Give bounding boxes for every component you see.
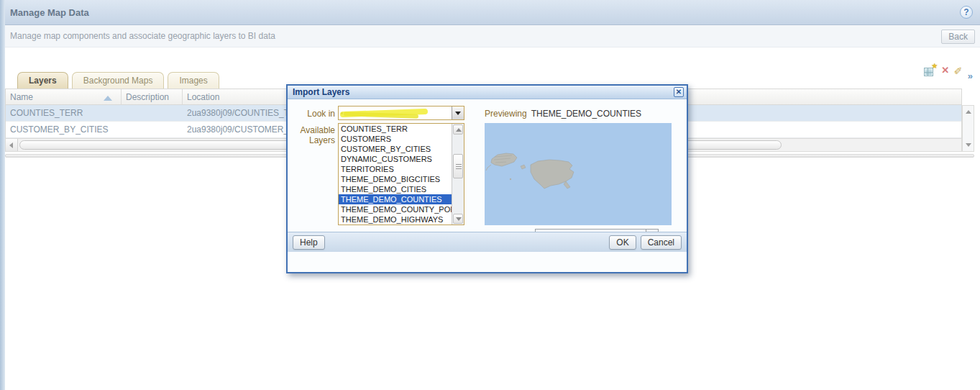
dialog-titlebar[interactable]: Import Layers ✕: [288, 86, 687, 99]
scroll-down-arrow[interactable]: [963, 140, 973, 150]
layer-item-theme-demo-county-popde[interactable]: THEME_DEMO_COUNTY_POPDE: [339, 204, 452, 214]
layer-item-territories[interactable]: TERRITORIES: [339, 164, 452, 174]
list-scrollbar[interactable]: [452, 124, 464, 225]
dialog-footer: Help OK Cancel: [288, 232, 687, 252]
tabs: LayersBackground MapsImages: [17, 72, 223, 89]
list-scroll-down-arrow[interactable]: [453, 214, 463, 224]
help-button[interactable]: Help: [293, 235, 325, 250]
available-layers-label: Available Layers: [293, 125, 335, 145]
tab-images[interactable]: Images: [168, 72, 219, 89]
page-subheader: Manage map components and associate geog…: [0, 25, 980, 47]
layer-item-theme-demo-bigcities[interactable]: THEME_DEMO_BIGCITIES: [339, 174, 452, 184]
layer-item-dynamic-customers[interactable]: DYNAMIC_CUSTOMERS: [339, 154, 452, 164]
layer-item-counties-terr[interactable]: COUNTIES_TERR: [339, 124, 452, 134]
cell-description: [122, 105, 183, 121]
dialog-title: Import Layers: [293, 87, 674, 97]
available-layers-list[interactable]: COUNTIES_TERRCUSTOMERSCUSTOMER_BY_CITIES…: [338, 123, 464, 225]
manage-map-data-screen: Manage Map Data ? Manage map components …: [0, 0, 980, 390]
back-button[interactable]: Back: [941, 30, 975, 44]
cell-name: COUNTIES_TERR: [6, 105, 122, 121]
more-options-icon[interactable]: »: [968, 71, 973, 81]
previewing-label: Previewing: [485, 109, 527, 119]
layer-item-theme-demo-counties[interactable]: THEME_DEMO_COUNTIES: [339, 194, 452, 204]
help-icon[interactable]: ?: [960, 6, 973, 19]
column-header-description[interactable]: Description: [122, 89, 183, 104]
edit-pencil-icon[interactable]: ✎: [953, 66, 964, 75]
layer-item-theme-demo-cities[interactable]: THEME_DEMO_CITIES: [339, 184, 452, 194]
scroll-up-arrow[interactable]: [963, 107, 973, 117]
layer-list-items: COUNTIES_TERRCUSTOMERSCUSTOMER_BY_CITIES…: [339, 124, 452, 225]
sort-ascending-icon: [104, 96, 112, 101]
page-title: Manage Map Data: [10, 7, 89, 18]
map-preview: [485, 123, 672, 225]
layer-item-customer-by-cities[interactable]: CUSTOMER_BY_CITIES: [339, 144, 452, 154]
import-layers-dialog: Import Layers ✕ Look in Available Layers…: [286, 84, 688, 273]
import-layers-icon[interactable]: ★: [924, 65, 936, 76]
tab-background-maps[interactable]: Background Maps: [72, 72, 165, 89]
chevron-down-icon[interactable]: [452, 106, 464, 119]
layers-toolbar: ★ ✕ ✎ »: [924, 65, 973, 81]
vertical-scrollbar[interactable]: [962, 105, 974, 152]
map-preview-svg: [485, 123, 672, 225]
column-header-name[interactable]: Name: [6, 89, 122, 104]
close-icon[interactable]: ✕: [674, 87, 684, 97]
cancel-button[interactable]: Cancel: [641, 235, 682, 250]
page-left-edge: [0, 0, 5, 390]
star-badge-icon: ★: [931, 62, 938, 70]
layer-item-customers[interactable]: CUSTOMERS: [339, 134, 452, 144]
dialog-body: Look in Available Layers COUNTIES_TERRCU…: [288, 99, 687, 252]
delete-icon[interactable]: ✕: [941, 65, 949, 76]
look-in-label: Look in: [293, 109, 335, 119]
cell-name: CUSTOMER_BY_CITIES: [6, 122, 122, 137]
list-scroll-thumb[interactable]: [453, 154, 463, 178]
list-scroll-up-arrow[interactable]: [453, 124, 463, 135]
look-in-dropdown[interactable]: [338, 106, 464, 120]
scroll-left-arrow[interactable]: [6, 139, 18, 151]
previewing-line: PreviewingTHEME_DEMO_COUNTIES: [485, 109, 641, 119]
tab-layers[interactable]: Layers: [17, 72, 68, 89]
page-header: Manage Map Data ?: [0, 0, 980, 25]
cell-description: [122, 122, 183, 137]
previewing-value: THEME_DEMO_COUNTIES: [531, 109, 641, 119]
layer-item-theme-demo-highways[interactable]: THEME_DEMO_HIGHWAYS: [339, 214, 452, 225]
ok-button[interactable]: OK: [609, 235, 636, 250]
page-subtitle: Manage map components and associate geog…: [10, 31, 275, 41]
